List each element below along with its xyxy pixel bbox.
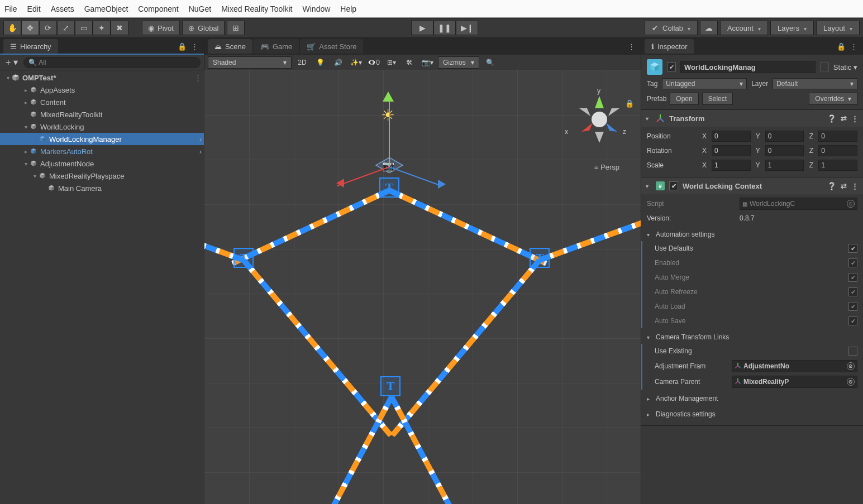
menu-assets[interactable]: Assets	[51, 4, 74, 13]
menu-help[interactable]: Help	[340, 4, 356, 13]
hierarchy-search[interactable]: 🔍 All	[23, 57, 201, 68]
layer-dropdown[interactable]: Default▾	[773, 78, 857, 89]
adjustment-frame-field[interactable]: AdjustmentNo⊙	[732, 360, 857, 372]
hierarchy-item[interactable]: ▸MarkersAutoRot›	[0, 145, 204, 157]
menu-mrtk[interactable]: Mixed Reality Toolkit	[221, 4, 292, 13]
rotate-tool[interactable]: ⟳	[39, 21, 57, 35]
scale-y[interactable]: 1	[765, 160, 804, 171]
layout-dropdown[interactable]: Layout	[816, 21, 860, 35]
camera-transform-links-header[interactable]: ▾Camera Transform Links	[647, 330, 857, 344]
context-menu-icon[interactable]: ⋮	[850, 42, 857, 51]
lighting-toggle[interactable]: 💡	[313, 56, 327, 69]
prefab-select-button[interactable]: Select	[702, 93, 733, 105]
prefab-overrides-dropdown[interactable]: Overrides ▾	[809, 93, 857, 105]
2d-toggle[interactable]: 2D	[295, 56, 309, 69]
gizmos-dropdown[interactable]: Gizmos ▾	[438, 56, 479, 69]
static-checkbox[interactable]	[820, 63, 829, 71]
step-button[interactable]: ▶❙	[456, 21, 478, 35]
anchor-management-header[interactable]: ▸Anchor Management	[647, 392, 857, 405]
fx-toggle[interactable]: ✨▾	[349, 56, 363, 69]
transform-tool[interactable]: ✦	[93, 21, 111, 35]
scale-x[interactable]: 1	[712, 160, 751, 171]
collab-dropdown[interactable]: ✔Collab	[645, 21, 698, 35]
scene-search-icon[interactable]: 🔍	[483, 56, 497, 69]
auto-refreeze-checkbox[interactable]: ✔	[848, 287, 857, 296]
preset-icon[interactable]: ⇄	[841, 182, 847, 190]
hierarchy-item[interactable]: ▾WorldLocking	[0, 121, 204, 133]
auto-load-checkbox[interactable]: ✔	[848, 302, 857, 311]
context-menu-icon[interactable]: ⋮	[628, 42, 635, 51]
move-tool[interactable]: ✥	[21, 21, 39, 35]
projection-label[interactable]: ≡ Persp	[594, 163, 619, 171]
help-icon[interactable]: ❔	[827, 182, 836, 190]
hierarchy-item[interactable]: WorldLockingManager›	[0, 133, 204, 145]
audio-toggle[interactable]: 🔊	[331, 56, 345, 69]
lock-icon[interactable]: 🔒	[837, 42, 846, 51]
rotation-z[interactable]: 0	[818, 145, 857, 156]
position-z[interactable]: 0	[818, 131, 857, 142]
hierarchy-tab[interactable]: ☰Hierarchy	[3, 39, 58, 54]
menu-icon[interactable]: ⋮	[851, 182, 859, 190]
hidden-objects[interactable]: 👁‍🗨0	[366, 56, 381, 69]
menu-nuget[interactable]: NuGet	[189, 4, 211, 13]
static-label[interactable]: Static ▾	[833, 63, 857, 71]
object-name-field[interactable]: WorldLockingManag	[680, 61, 816, 73]
global-toggle[interactable]: ⊕Global	[182, 21, 225, 35]
automation-settings-header[interactable]: ▾Automation settings	[647, 228, 857, 241]
scale-tool[interactable]: ⤢	[57, 21, 75, 35]
menu-window[interactable]: Window	[303, 4, 331, 13]
context-menu-icon[interactable]: ⋮	[191, 42, 198, 51]
use-defaults-checkbox[interactable]: ✔	[848, 244, 857, 253]
use-existing-checkbox[interactable]	[848, 347, 857, 356]
script-field[interactable]: ▦WorldLockingC⊙	[740, 198, 857, 210]
preset-icon[interactable]: ⇄	[841, 114, 847, 123]
diagnostics-settings-header[interactable]: ▸Diagnostics settings	[647, 407, 857, 421]
scene-viewport[interactable]: ☀ 📷 T T T T	[204, 70, 641, 504]
rotation-x[interactable]: 0	[712, 145, 751, 156]
inspector-tab[interactable]: ℹInspector	[645, 39, 694, 54]
auto-merge-checkbox[interactable]: ✔	[848, 273, 857, 282]
account-dropdown[interactable]: Account	[720, 21, 768, 35]
custom-tool[interactable]: ✖	[111, 21, 128, 35]
hierarchy-item[interactable]: ▸Content	[0, 96, 204, 108]
shading-mode[interactable]: Shaded▾	[208, 56, 292, 69]
play-button[interactable]: ▶	[411, 21, 433, 35]
pivot-toggle[interactable]: ◉Pivot	[142, 21, 180, 35]
scale-z[interactable]: 1	[818, 160, 857, 171]
asset-store-tab[interactable]: 🛒Asset Store	[300, 39, 363, 54]
grid-toggle[interactable]: ⊞▾	[384, 56, 399, 69]
hand-tool[interactable]: ✋	[3, 21, 21, 35]
menu-icon[interactable]: ⋮	[851, 114, 859, 123]
fold-icon[interactable]: ▾	[646, 183, 651, 189]
prefab-open-button[interactable]: Open	[670, 93, 698, 105]
enabled-sub-checkbox[interactable]: ✔	[848, 258, 857, 267]
menu-component[interactable]: Component	[138, 4, 178, 13]
lock-icon[interactable]: 🔒	[178, 42, 187, 51]
hierarchy-item[interactable]: ▾AdjustmentNode	[0, 157, 204, 170]
gameobject-icon[interactable]	[647, 59, 662, 75]
tools-toggle[interactable]: 🛠	[402, 56, 417, 69]
position-y[interactable]: 0	[765, 131, 804, 142]
fold-icon[interactable]: ▾	[646, 116, 651, 122]
menu-file[interactable]: File	[4, 4, 17, 13]
hierarchy-item[interactable]: ▸AppAssets	[0, 84, 204, 96]
snap-toggle[interactable]: ⊞	[227, 21, 245, 35]
cloud-button[interactable]: ☁	[700, 21, 718, 35]
auto-save-checkbox[interactable]: ✔	[848, 316, 857, 325]
help-icon[interactable]: ❔	[827, 114, 836, 123]
create-dropdown[interactable]: + ▾	[3, 57, 20, 68]
camera-parent-field[interactable]: MixedRealityP⊙	[732, 376, 857, 388]
scene-menu-icon[interactable]: ⋮	[194, 74, 202, 82]
enabled-checkbox[interactable]: ✔	[667, 63, 676, 71]
scene-row[interactable]: ▾ OMPTest* ⋮	[0, 71, 204, 84]
menu-edit[interactable]: Edit	[27, 4, 41, 13]
tag-dropdown[interactable]: Untagged▾	[662, 78, 747, 89]
pause-button[interactable]: ❚❚	[433, 21, 456, 35]
menu-gameobject[interactable]: GameObject	[84, 4, 128, 13]
scene-tab[interactable]: ⛰Scene	[208, 39, 252, 54]
layers-dropdown[interactable]: Layers	[770, 21, 814, 35]
viewport-lock-icon[interactable]: 🔒	[625, 99, 634, 108]
rotation-y[interactable]: 0	[765, 145, 804, 156]
game-tab[interactable]: 🎮Game	[254, 39, 299, 54]
camera-toggle[interactable]: 📷▾	[420, 56, 435, 69]
